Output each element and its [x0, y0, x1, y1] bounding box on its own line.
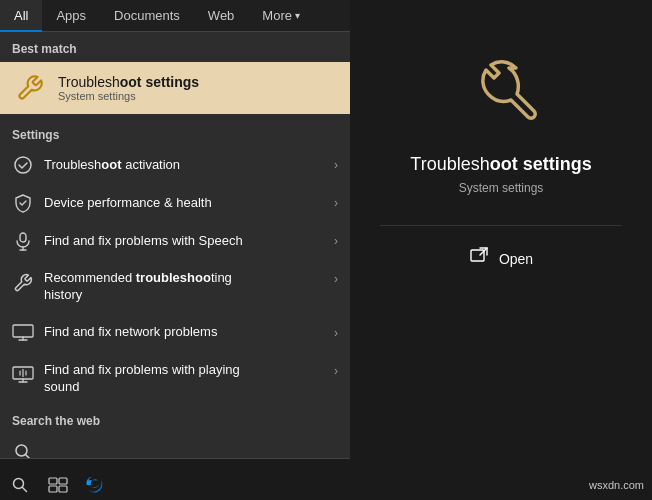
chevron-right-icon: ›	[334, 364, 338, 378]
open-icon	[469, 246, 489, 271]
shield-icon	[12, 192, 34, 214]
svg-rect-17	[471, 250, 484, 261]
open-label: Open	[499, 251, 533, 267]
wrench-small-icon	[12, 272, 34, 294]
chevron-down-icon: ▾	[295, 10, 300, 21]
detail-open-action[interactable]: Open	[469, 246, 533, 271]
list-item-text: Find and fix network problems	[44, 324, 324, 341]
list-item[interactable]: Find and fix network problems ›	[0, 314, 350, 352]
list-item-text: Find and fix problems with Speech	[44, 233, 324, 250]
detail-subtitle: System settings	[459, 181, 544, 195]
settings-section-label: Settings	[0, 122, 350, 146]
svg-rect-4	[13, 325, 33, 337]
detail-title: Troubleshoot settings	[410, 154, 591, 175]
task-view-button[interactable]	[40, 470, 76, 500]
taskbar-site-label: wsxdn.com	[589, 479, 644, 491]
mic-icon	[12, 230, 34, 252]
network-icon	[12, 322, 34, 344]
chevron-right-icon: ›	[334, 326, 338, 340]
tab-documents[interactable]: Documents	[100, 0, 194, 32]
list-item[interactable]: Recommended troubleshootinghistory ›	[0, 260, 350, 314]
svg-rect-22	[59, 478, 67, 484]
chevron-right-icon: ›	[334, 272, 338, 286]
wrench-icon	[14, 72, 46, 104]
taskbar: wsxdn.com	[0, 470, 652, 500]
list-item[interactable]: Find and fix problems with Speech ›	[0, 222, 350, 260]
web-section-label: Search the web	[0, 406, 350, 434]
list-item-text: Find and fix problems with playingsound	[44, 362, 324, 396]
svg-rect-21	[49, 478, 57, 484]
tab-apps[interactable]: Apps	[42, 0, 100, 32]
list-item[interactable]: Find and fix problems with playingsound …	[0, 352, 350, 406]
best-match-item[interactable]: Troubleshoot settings System settings	[0, 62, 350, 114]
list-item-text: Device performance & health	[44, 195, 324, 212]
taskbar-search-button[interactable]	[0, 470, 40, 500]
right-panel: Troubleshoot settings System settings Op…	[350, 0, 652, 470]
svg-rect-23	[49, 486, 57, 492]
best-match-subtitle: System settings	[58, 90, 199, 102]
sound-icon	[12, 364, 34, 386]
svg-line-20	[23, 488, 27, 492]
left-panel: All Apps Documents Web More ▾ Best match…	[0, 0, 350, 470]
tab-more[interactable]: More ▾	[248, 0, 314, 32]
svg-point-0	[15, 157, 31, 173]
chevron-right-icon: ›	[334, 196, 338, 210]
list-item[interactable]: Troubleshoot activation ›	[0, 146, 350, 184]
list-item-text: Recommended troubleshootinghistory	[44, 270, 324, 304]
best-match-label: Best match	[0, 32, 350, 62]
tab-web[interactable]: Web	[194, 0, 249, 32]
tab-bar: All Apps Documents Web More ▾	[0, 0, 350, 32]
best-match-title: Troubleshoot settings	[58, 74, 199, 90]
detail-wrench-icon	[451, 40, 551, 140]
svg-rect-24	[59, 486, 67, 492]
tab-all[interactable]: All	[0, 0, 42, 32]
chevron-right-icon: ›	[334, 158, 338, 172]
edge-button[interactable]	[76, 470, 112, 500]
list-item[interactable]: Device performance & health ›	[0, 184, 350, 222]
detail-divider	[380, 225, 622, 226]
best-match-text: Troubleshoot settings System settings	[58, 74, 199, 102]
circle-check-icon	[12, 154, 34, 176]
taskbar-clock: wsxdn.com	[589, 479, 652, 491]
svg-rect-1	[20, 233, 26, 242]
list-item-text: Troubleshoot activation	[44, 157, 324, 174]
chevron-right-icon: ›	[334, 234, 338, 248]
